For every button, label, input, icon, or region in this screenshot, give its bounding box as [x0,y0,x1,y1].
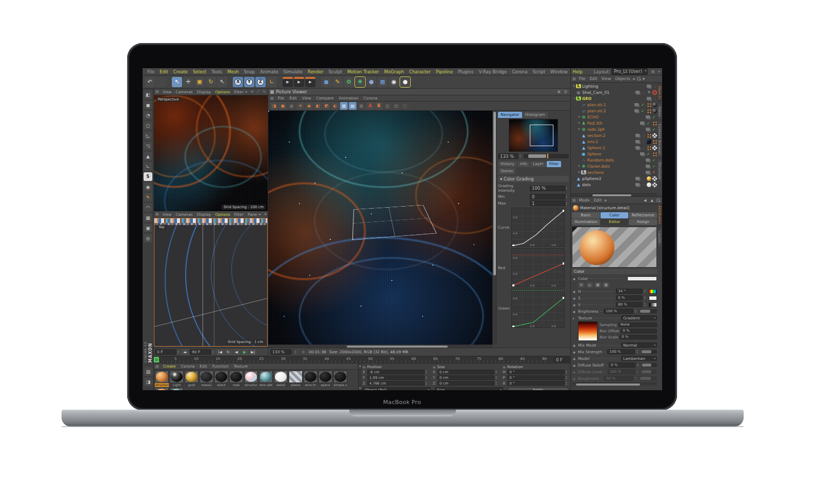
coord-field-position-y[interactable]: 1.09 cm [367,375,425,380]
attribute-manager-scrollbar[interactable] [572,382,657,386]
layer-chip[interactable] [646,128,650,131]
menu-create[interactable]: Create [173,69,188,74]
object-row-rods-3ph[interactable]: +✿rods.3ph✓ [572,126,657,132]
animation-dot-icon[interactable]: ▸ [573,316,576,320]
hsv-stepper[interactable]: ▴▾ [644,296,647,300]
rotate-icon[interactable]: ↻ [206,77,216,87]
panel-grid-icon[interactable]: ▤ [155,212,159,216]
camera-icon[interactable]: ◉ [389,77,399,87]
animation-dot-icon[interactable]: ◉ [573,290,576,293]
navigator-view-rect[interactable] [530,125,553,146]
render-view-icon[interactable]: ▶ [283,77,293,87]
enabled-check-icon[interactable]: ✓ [647,152,651,156]
mini-slider-brightness[interactable] [640,309,657,313]
menu-animate[interactable]: Animate [260,69,278,74]
animation-dot-icon[interactable]: ◉ [573,310,576,313]
visibility-dots[interactable]: ⋮ [642,134,645,137]
move-tool-icon[interactable]: ✛ [296,102,304,110]
go-to-start-button[interactable]: |◀ [216,349,224,355]
scale-icon[interactable]: ▣ [194,77,205,87]
end-frame-field[interactable]: 90 F [190,349,211,355]
cg-stepper[interactable]: ▴▾ [566,201,569,206]
render-settings-icon[interactable]: ▶ [305,77,315,87]
vp-menu-view[interactable]: View [163,90,172,94]
size-mode-dropdown[interactable]: Size [435,387,503,390]
layer-chip[interactable] [647,97,651,100]
cg-field-grading-intensity[interactable]: 100 % [530,186,566,191]
curve-graph-red[interactable]: 0.40.40.80.8 [511,248,565,287]
hsv-field-h[interactable]: 34 ° [616,289,643,294]
material-wire-det[interactable]: wire.det [259,371,273,387]
color-swatch[interactable] [627,276,657,281]
window-grid-icon[interactable]: ▤ [651,70,655,74]
visibility-dots[interactable]: ⋮ [642,183,645,187]
start-frame-field[interactable]: 0 F [155,349,176,355]
object-row-random-dots[interactable]: ∴Random.dots✓ [572,157,657,163]
channel-tab-basic[interactable]: Basic [572,212,600,218]
coord-stepper[interactable]: ▴▾ [495,370,499,374]
navigator-thumbnail[interactable] [509,119,558,152]
layer-chip[interactable] [646,171,650,174]
object-row-section-2[interactable]: ▲section.2⋮ [572,132,657,138]
compare-vertical-icon[interactable]: ◩ [323,102,330,110]
vp-menu-display[interactable]: Display [197,90,211,94]
render-picture-viewer-icon[interactable]: ▶ [294,77,304,87]
z-axis-button[interactable]: Z [255,77,266,87]
pv-menu-compare[interactable]: Compare [316,96,334,100]
object-mode-dropdown[interactable]: Object (Rel) [363,387,431,390]
menu-character[interactable]: Character [409,69,431,74]
layer-chip[interactable] [646,115,650,118]
material-partial[interactable] [170,388,184,390]
menu-help[interactable]: Help [573,69,583,74]
mouse-input-icon[interactable]: ◉ [144,183,152,191]
subrow-field-sampling[interactable]: None [619,322,657,327]
object-row-sphere[interactable]: ●Sphere✓ [572,151,657,157]
pv-menu-corona[interactable]: Corona [364,96,377,100]
make-editable-icon[interactable]: ◧ [144,90,152,99]
animation-dot-icon[interactable]: ◉ [573,350,576,354]
attr-menu-edit[interactable]: Edit [594,198,602,203]
object-row-echo[interactable]: +✿ECHO✓ [572,114,657,120]
coordinates-scrollbar[interactable]: ▲▼ [358,364,362,390]
visibility-dots[interactable]: ⋮ [642,140,645,144]
zoom-tool-icon[interactable]: ◉ [305,102,313,110]
next-frame-button[interactable]: ▶| [249,349,256,355]
object-row-sphere-1[interactable]: ▲Sphere.1⋮ [572,145,657,151]
coord-stepper[interactable]: ▴▾ [566,370,569,374]
coordinate-system-icon[interactable]: ∟ [267,77,277,87]
mat-menu-corona[interactable]: Corona [181,364,195,369]
menu-window[interactable]: Window [550,69,568,74]
animation-dot-icon[interactable]: ◉ [573,303,576,307]
subrow-field-blur-offset[interactable]: 0 % [621,329,657,333]
navigator-toggle-icon[interactable]: ▦ [288,102,295,110]
coord-field-rotation-b[interactable]: 0 ° [507,381,565,386]
slider-field-roughness[interactable]: 50 % [604,376,634,381]
last-tool-icon[interactable]: ↖ [217,77,227,87]
hsv-field-s[interactable]: 0 % [616,295,643,300]
timeline-playhead[interactable]: 0 [154,357,159,362]
enabled-check-icon[interactable]: ✓ [641,109,645,113]
layer-chip[interactable] [646,158,650,162]
object-row-geo[interactable]: −LGEO⋮ [572,95,657,102]
material-wire-hr[interactable]: wire.hr [304,371,317,387]
coord-field-rotation-p[interactable]: 0 ° [507,375,565,380]
obj-menu-objects[interactable]: Objects [615,76,630,81]
mat-menu-create[interactable]: Create [163,364,176,369]
play-button[interactable]: ▶ [241,349,248,355]
animation-dot-icon[interactable]: ◉ [573,344,576,347]
subrow-field-blur-scale[interactable]: 0 % [620,335,657,339]
dropdown-model[interactable]: Lambertian [621,356,657,361]
histogram-icon[interactable]: ▥ [384,102,391,110]
mini-slider-roughness[interactable] [640,376,657,380]
expand-toggle[interactable]: + [577,115,581,119]
frame-step-buttons[interactable]: ◂▸ [182,349,189,355]
layer-chip[interactable] [635,91,640,94]
layer-chip[interactable] [635,146,640,149]
tab-filter[interactable]: Filter [547,161,562,167]
panel-grid-icon[interactable]: ▤ [572,198,576,203]
enabled-check-icon[interactable]: ✓ [652,164,656,169]
navigator-zoom-field[interactable]: 133 % [498,153,519,159]
open-image-icon[interactable]: ◨ [270,102,278,110]
pen-spline-icon[interactable]: ✎ [332,77,343,87]
polygons-mode-icon[interactable]: ▲ [144,152,152,160]
